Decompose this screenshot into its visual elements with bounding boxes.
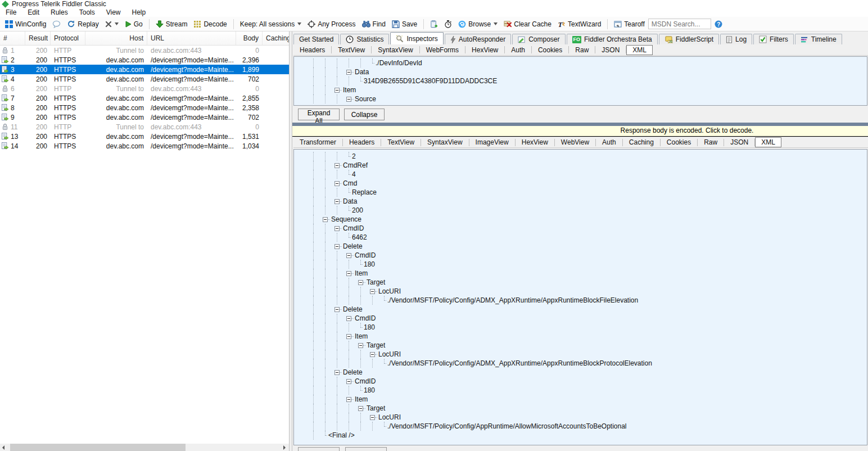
response-tree-node[interactable]: Item — [294, 395, 867, 404]
response-tree-leaf[interactable]: ./Vendor/MSFT/Policy/Config/ADMX_AppXRun… — [294, 296, 867, 305]
response-tree-node[interactable]: Target — [294, 404, 867, 413]
tree-collapse-toggle[interactable] — [346, 271, 351, 276]
request-tree-node[interactable]: Item — [294, 85, 867, 94]
request-tab-auth[interactable]: Auth — [505, 45, 531, 55]
response-tree-node[interactable]: CmdRef — [294, 161, 867, 170]
session-row[interactable]: 6200HTTPTunnel todev.abc.com:4430 — [0, 84, 289, 93]
tree-collapse-toggle[interactable] — [323, 217, 328, 222]
scroll-left-icon[interactable] — [2, 445, 4, 450]
toolbar-comment-button[interactable] — [49, 19, 64, 30]
response-tree-leaf[interactable]: ./Vendor/MSFT/Policy/Config/AppRuntime/A… — [294, 422, 867, 431]
response-encoded-notice[interactable]: Response body is encoded. Click to decod… — [292, 126, 868, 137]
response-tree-node[interactable]: Target — [294, 341, 867, 350]
session-row[interactable]: 4200HTTPSdev.abc.com/devicemgt?mode=Main… — [0, 74, 289, 84]
request-tree-node[interactable]: Data — [294, 67, 867, 76]
tab-log[interactable]: Log — [720, 34, 752, 44]
toolbar-save-button[interactable]: Save — [389, 19, 420, 30]
request-tree-leaf[interactable]: ./DevInfo/DevId — [294, 58, 867, 67]
response-tree-node[interactable]: Data — [294, 197, 867, 206]
toolbar-any-process-button[interactable]: Any Process — [305, 19, 358, 30]
request-tab-headers[interactable]: Headers — [293, 45, 331, 55]
tab-fiddler-orchestra[interactable]: FOFiddler Orchestra Beta — [567, 34, 658, 44]
toolbar-timer-button[interactable] — [441, 19, 455, 30]
column-header-result[interactable]: Result — [25, 31, 51, 45]
tab-fiddlerscript[interactable]: JSFiddlerScript — [659, 34, 719, 44]
request-tree-node[interactable]: Source — [294, 94, 867, 103]
expand-all-button[interactable]: Expand All — [298, 109, 340, 120]
response-tree-node[interactable]: Delete — [294, 305, 867, 314]
menu-item-view[interactable]: View — [101, 8, 126, 17]
session-row[interactable]: 9200HTTPSdev.abc.com/devicemgt?mode=Main… — [0, 112, 289, 122]
response-tree-node[interactable]: Target — [294, 278, 867, 287]
tab-filters[interactable]: Filters — [753, 34, 794, 44]
response-expand-all-button-partial[interactable] — [298, 447, 340, 451]
request-tab-hexview[interactable]: HexView — [465, 45, 504, 55]
tree-collapse-toggle[interactable] — [346, 379, 351, 384]
response-tab-transformer[interactable]: Transformer — [293, 137, 342, 147]
request-tab-json[interactable]: JSON — [595, 45, 626, 55]
response-tree-node[interactable]: CmdID — [294, 314, 867, 323]
column-header-body[interactable]: Body — [236, 31, 263, 45]
scroll-right-icon[interactable] — [283, 445, 286, 450]
response-tree-node[interactable]: CmdID — [294, 224, 867, 233]
request-tab-syntaxview[interactable]: SyntaxView — [372, 45, 419, 55]
session-row[interactable]: 1200HTTPTunnel todev.abc.com:4430 — [0, 46, 289, 55]
tab-inspectors[interactable]: Inspectors — [390, 32, 443, 44]
column-header-url[interactable]: URL — [147, 31, 236, 45]
response-tree-leaf[interactable]: ./Vendor/MSFT/Policy/Config/ADMX_AppXRun… — [294, 359, 867, 368]
toolbar-keep-sessions-button[interactable]: Keep: All sessions — [237, 19, 304, 30]
column-header-caching[interactable]: Caching — [263, 31, 290, 45]
toolbar-screenshot-button[interactable] — [427, 19, 441, 30]
response-tree-node[interactable]: Sequence — [294, 215, 867, 224]
session-row[interactable]: 13200HTTPSdev.abc.com/devicemgt?mode=Mai… — [0, 132, 289, 141]
column-header-num[interactable]: # — [0, 31, 25, 45]
tree-collapse-toggle[interactable] — [370, 415, 375, 420]
session-row[interactable]: 8200HTTPSdev.abc.com/devicemgt?mode=Main… — [0, 103, 289, 112]
tree-collapse-toggle[interactable] — [370, 289, 375, 294]
toolbar-textwizard-button[interactable]: TTextWizard — [555, 19, 604, 30]
response-tree-node[interactable]: Cmd — [294, 179, 867, 188]
tree-collapse-toggle[interactable] — [334, 370, 340, 375]
response-collapse-button-partial[interactable] — [345, 447, 387, 451]
response-tab-auth[interactable]: Auth — [596, 137, 622, 147]
toolbar-tearoff-button[interactable]: Tearoff — [611, 19, 647, 30]
tree-collapse-toggle[interactable] — [370, 352, 375, 357]
response-tab-caching[interactable]: Caching — [623, 137, 660, 147]
response-tree-leaf[interactable]: 180 — [294, 386, 867, 395]
tab-autoresponder[interactable]: AutoResponder — [445, 34, 511, 44]
response-tree-node[interactable]: Item — [294, 269, 867, 278]
response-tree-node[interactable]: CmdID — [294, 377, 867, 386]
response-tree-node[interactable]: Item — [294, 332, 867, 341]
toolbar-help-button[interactable]: ? — [712, 19, 725, 30]
request-tree-leaf[interactable]: 314D9B2655D91C4380F9D11DDADDC3CE — [294, 76, 867, 85]
request-tab-webforms[interactable]: WebForms — [420, 45, 465, 55]
tree-collapse-toggle[interactable] — [334, 199, 340, 204]
tree-collapse-toggle[interactable] — [346, 316, 351, 321]
menu-item-edit[interactable]: Edit — [22, 8, 45, 17]
session-row[interactable]: 11200HTTPTunnel todev.abc.com:4430 — [0, 122, 289, 132]
toolbar-clear-cache-button[interactable]: Clear Cache — [501, 19, 554, 30]
response-tab-webview[interactable]: WebView — [555, 137, 595, 147]
response-tree-node[interactable]: Delete — [294, 368, 867, 377]
tree-collapse-toggle[interactable] — [334, 244, 340, 249]
response-tab-syntaxview[interactable]: SyntaxView — [421, 137, 468, 147]
tree-collapse-toggle[interactable] — [346, 97, 351, 102]
menu-item-help[interactable]: Help — [126, 8, 152, 17]
request-tab-cookies[interactable]: Cookies — [532, 45, 568, 55]
tree-collapse-toggle[interactable] — [358, 406, 363, 411]
toolbar-stream-button[interactable]: Stream — [153, 19, 191, 30]
tree-collapse-toggle[interactable] — [334, 88, 340, 93]
toolbar-decode-button[interactable]: Decode — [191, 19, 229, 30]
tree-collapse-toggle[interactable] — [334, 307, 340, 312]
menu-item-rules[interactable]: Rules — [45, 8, 74, 17]
session-row[interactable]: 7200HTTPSdev.abc.com/devicemgt?mode=Main… — [0, 93, 289, 103]
sessions-hscrollbar[interactable] — [0, 444, 289, 451]
response-tree-leaf[interactable]: Replace — [294, 188, 867, 197]
tab-composer[interactable]: Composer — [512, 34, 565, 44]
toolbar-winconfig-button[interactable]: WinConfig — [2, 19, 49, 30]
tab-statistics[interactable]: Statistics — [340, 34, 389, 44]
response-tab-textview[interactable]: TextView — [381, 137, 421, 147]
session-row[interactable]: 3200HTTPSdev.abc.com/devicemgt?mode=Main… — [0, 65, 289, 74]
response-tree-leaf[interactable]: 2 — [294, 152, 867, 161]
request-tab-textview[interactable]: TextView — [332, 45, 371, 55]
